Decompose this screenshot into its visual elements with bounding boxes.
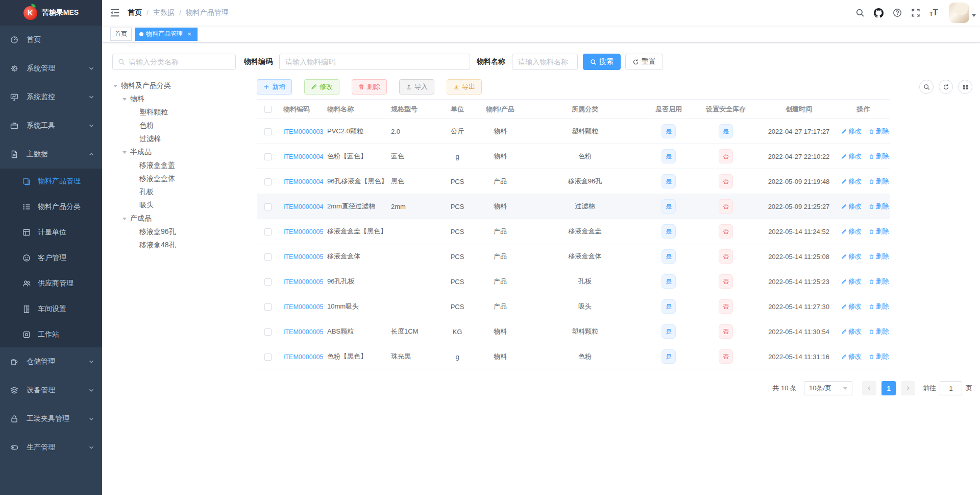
row-edit-link[interactable]: 修改 — [841, 302, 862, 311]
material-code-link[interactable]: ITEM00000052 — [283, 253, 323, 261]
tree-node[interactable]: 吸头 — [112, 199, 236, 212]
tree-node[interactable]: 物料 — [112, 92, 236, 106]
goto-page-input[interactable] — [940, 381, 962, 395]
tree-node[interactable]: 移液盒盒体 — [112, 172, 236, 185]
material-code-link[interactable]: ITEM00000055 — [283, 328, 323, 336]
row-edit-link[interactable]: 修改 — [841, 177, 862, 186]
material-code-link[interactable]: ITEM00000051 — [283, 228, 323, 235]
category-search-input[interactable] — [129, 58, 230, 66]
sidebar-collapse-icon[interactable] — [102, 8, 128, 18]
close-icon[interactable] — [186, 30, 193, 38]
tab-material-product-management[interactable]: 物料产品管理 — [135, 28, 198, 41]
sidebar-item-warehouse-management[interactable]: 仓储管理 — [0, 347, 102, 376]
material-code-link[interactable]: ITEM00000056 — [283, 353, 323, 361]
sidebar-item-workstation[interactable]: 工作站 — [0, 322, 102, 347]
edit-button[interactable]: 修改 — [304, 79, 339, 95]
material-name-input[interactable] — [512, 54, 578, 70]
material-code-link[interactable]: ITEM00000054 — [283, 303, 323, 311]
font-size-icon[interactable] — [925, 9, 943, 16]
tree-node[interactable]: 塑料颗粒 — [112, 106, 236, 119]
row-checkbox[interactable] — [264, 303, 272, 311]
row-edit-link[interactable]: 修改 — [841, 152, 862, 161]
row-checkbox[interactable] — [264, 253, 272, 261]
row-checkbox[interactable] — [264, 278, 272, 286]
sidebar-item-material-product-management[interactable]: 物料产品管理 — [0, 169, 102, 194]
material-code-input[interactable] — [279, 54, 470, 70]
page-size-select[interactable]: 10条/页 — [804, 381, 852, 395]
sidebar-item-home[interactable]: 首页 — [0, 26, 102, 54]
row-checkbox[interactable] — [264, 228, 272, 235]
import-button[interactable]: 导入 — [399, 79, 434, 95]
tree-node[interactable]: 物料及产品分类 — [112, 79, 236, 92]
user-menu-caret-icon[interactable] — [972, 14, 976, 19]
sidebar-item-system-tools[interactable]: 系统工具 — [0, 111, 102, 140]
column-settings-grid-icon[interactable] — [958, 80, 972, 94]
tree-node[interactable]: 产成品 — [112, 212, 236, 225]
tree-node[interactable]: 移液盒48孔 — [112, 239, 236, 252]
row-delete-link[interactable]: 删除 — [869, 302, 889, 311]
row-delete-link[interactable]: 删除 — [869, 152, 889, 161]
row-delete-link[interactable]: 删除 — [869, 352, 889, 361]
next-page-button[interactable] — [901, 381, 915, 395]
show-search-icon[interactable] — [919, 80, 934, 94]
row-checkbox[interactable] — [264, 153, 272, 160]
row-edit-link[interactable]: 修改 — [841, 252, 862, 261]
row-delete-link[interactable]: 删除 — [869, 177, 889, 186]
sidebar-item-system-monitor[interactable]: 系统监控 — [0, 83, 102, 111]
tree-node[interactable]: 色粉 — [112, 119, 236, 132]
sidebar-item-measure-unit[interactable]: 计量单位 — [0, 220, 102, 245]
row-checkbox[interactable] — [264, 353, 272, 361]
delete-button[interactable]: 删除 — [352, 79, 387, 95]
material-code-link[interactable]: ITEM00000049 — [283, 203, 323, 210]
material-code-link[interactable]: ITEM00000037 — [283, 128, 323, 135]
sidebar-item-master-data[interactable]: 主数据 — [0, 140, 102, 169]
search-icon[interactable] — [851, 0, 869, 26]
row-checkbox[interactable] — [264, 328, 272, 336]
material-code-link[interactable]: ITEM00000053 — [283, 278, 323, 286]
refresh-icon[interactable] — [939, 80, 953, 94]
sidebar-item-supplier-management[interactable]: 供应商管理 — [0, 271, 102, 296]
breadcrumb-home[interactable]: 首页 — [128, 8, 142, 17]
row-delete-link[interactable]: 删除 — [869, 277, 889, 286]
row-edit-link[interactable]: 修改 — [841, 327, 862, 336]
row-checkbox[interactable] — [264, 203, 272, 210]
row-checkbox[interactable] — [264, 178, 272, 185]
export-button[interactable]: 导出 — [447, 79, 482, 95]
tree-node[interactable]: 过滤棉 — [112, 132, 236, 146]
tree-node[interactable]: 移液盒盒盖 — [112, 159, 236, 172]
sidebar-item-system-management[interactable]: 系统管理 — [0, 54, 102, 83]
fullscreen-icon[interactable] — [906, 0, 925, 26]
row-edit-link[interactable]: 修改 — [841, 277, 862, 286]
sidebar-item-workshop-settings[interactable]: 车间设置 — [0, 296, 102, 322]
row-delete-link[interactable]: 删除 — [869, 202, 889, 211]
row-delete-link[interactable]: 删除 — [869, 127, 889, 136]
row-edit-link[interactable]: 修改 — [841, 352, 862, 361]
tab-home[interactable]: 首页 — [110, 28, 132, 41]
row-delete-link[interactable]: 删除 — [869, 252, 889, 261]
tree-node[interactable]: 半成品 — [112, 146, 236, 159]
page-number-button[interactable]: 1 — [881, 381, 896, 395]
sidebar-item-equipment-management[interactable]: 设备管理 — [0, 376, 102, 405]
material-code-link[interactable]: ITEM00000046 — [283, 178, 323, 185]
tree-node[interactable]: 移液盒96孔 — [112, 225, 236, 239]
avatar[interactable] — [949, 3, 969, 23]
row-delete-link[interactable]: 删除 — [869, 227, 889, 236]
tree-node[interactable]: 孔板 — [112, 185, 236, 199]
row-checkbox[interactable] — [264, 128, 272, 135]
search-button[interactable]: 搜索 — [583, 54, 621, 70]
row-delete-link[interactable]: 删除 — [869, 327, 889, 336]
help-icon[interactable] — [888, 0, 906, 26]
add-button[interactable]: 新增 — [257, 79, 292, 95]
github-icon[interactable] — [869, 0, 888, 26]
app-logo[interactable]: K 苦糖果MES — [0, 0, 102, 26]
prev-page-button[interactable] — [862, 381, 876, 395]
sidebar-item-material-product-category[interactable]: 物料产品分类 — [0, 194, 102, 220]
select-all-checkbox[interactable] — [264, 106, 272, 113]
sidebar-item-production-management[interactable]: 生产管理 — [0, 433, 102, 462]
row-edit-link[interactable]: 修改 — [841, 202, 862, 211]
material-code-link[interactable]: ITEM00000041 — [283, 153, 323, 160]
sidebar-item-tooling-fixture-management[interactable]: 工装夹具管理 — [0, 405, 102, 433]
row-edit-link[interactable]: 修改 — [841, 127, 862, 136]
row-edit-link[interactable]: 修改 — [841, 227, 862, 236]
sidebar-item-customer-management[interactable]: 客户管理 — [0, 245, 102, 271]
